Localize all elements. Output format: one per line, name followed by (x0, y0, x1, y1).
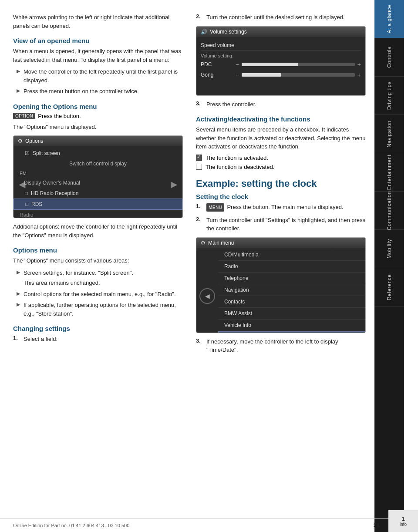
act-section-heading: Activating/deactivating the functions (196, 115, 366, 123)
clock-step-2-num: 2. (196, 216, 205, 222)
vol-speed-section: Speed volume (201, 40, 361, 51)
page-footer: Online Edition for Part no. 01 41 2 604 … (0, 518, 388, 532)
vol-gong-fill (242, 73, 281, 77)
right-step-3-num: 3. (196, 100, 205, 107)
vol-gong-label: Gong (201, 72, 236, 78)
volume-screen-image: 🔊 Volume settings Speed volume Volume se… (196, 26, 366, 96)
section2-heading: Opening the Options menu (13, 103, 183, 110)
mm-nav-arrow: ◀ (205, 293, 210, 300)
section1-body: When a menu is opened, it generally open… (13, 47, 183, 64)
section1-heading: View of an opened menu (13, 37, 183, 44)
vol-pdc-bar: − + (236, 61, 361, 68)
sidebar-tab-controls-label: Controls (386, 47, 392, 68)
page-number: 21 (374, 522, 380, 529)
right-sidebar: At a glance Controls Driving tips Naviga… (374, 0, 404, 532)
options-bullet-arrow-2: ▶ (17, 291, 20, 299)
clock-step-1-content: Press the button. The main menu is displ… (227, 204, 343, 210)
clock-step-3: 3. If necessary, move the controller to … (196, 337, 366, 354)
intro-paragraph: White arrows pointing to the left or rig… (13, 13, 183, 30)
vol-icon: 🔊 (201, 29, 207, 35)
bullet-item-2: ▶ Press the menu button on the controlle… (13, 87, 183, 96)
vol-pdc-plus: + (357, 61, 361, 68)
sidebar-tab-reference-label: Reference (386, 274, 392, 300)
radio-label: Radio (20, 212, 33, 218)
additional-options-text: Additional options: move the controller … (13, 222, 183, 239)
mm-item-vehicleinfo: Vehicle Info (218, 320, 365, 331)
options-bullet-text-3: If applicable, further operating options… (24, 301, 183, 318)
vol-gong-bar-track (242, 73, 355, 77)
right-step-2: 2. Turn the controller until the desired… (196, 13, 366, 22)
option-btn-row: OPTION Press the button. (13, 113, 183, 119)
sidebar-tab-at-a-glance[interactable]: At a glance (374, 0, 404, 38)
sidebar-tab-controls[interactable]: Controls (374, 38, 404, 77)
vol-pdc-row: PDC − + (201, 61, 361, 68)
right-step-3: 3. Press the controller. (196, 100, 366, 109)
options-item-hdradio: HD Radio Reception (13, 188, 182, 199)
options-section-fm: FM (13, 169, 182, 178)
sidebar-tab-navigation[interactable]: Navigation (374, 115, 404, 153)
sidebar-tab-communication[interactable]: Communication (374, 192, 404, 230)
options-bullet-arrow-3: ▶ (17, 302, 20, 318)
info-num: 1 (401, 515, 405, 522)
options-item-switchoff: Switch off control display (13, 158, 182, 169)
mm-item-bmwassist: BMW Assist (218, 308, 365, 320)
mm-list: ◀ CD/Multimedia Radio Telephone Navigati… (196, 248, 365, 333)
vol-content: Speed volume Volume setting: PDC − (196, 37, 365, 85)
sidebar-tab-mobility[interactable]: Mobility (374, 230, 404, 268)
sidebar-tab-reference[interactable]: Reference (374, 268, 404, 306)
footer-left-text: Online Edition for Part no. 01 41 2 604 … (13, 523, 129, 528)
option-intro-text: Press the button. (38, 113, 81, 119)
vol-pdc-minus: − (236, 61, 239, 68)
clock-step-3-text: If necessary, move the controller to the… (206, 337, 366, 354)
vol-gong-bar: − + (236, 71, 361, 78)
checked-item-row: The function is activated. (196, 155, 366, 161)
options-bullet-1: ▶ Screen settings, for instance. "Split … (13, 269, 183, 287)
clock-step-2-text: Turn the controller until "Settings" is … (206, 216, 366, 233)
unchecked-text: The function is deactivated. (206, 164, 274, 170)
bullet-text-1: Move the controller to the left repeated… (24, 67, 183, 84)
mm-item-radio: Radio (218, 261, 365, 273)
options-title-bar: ⚙ Options (13, 136, 182, 146)
mm-title-text: Main menu (208, 240, 234, 246)
options-item-rds: RDS (13, 199, 182, 210)
info-label: info (400, 522, 407, 527)
mm-item-telephone: Telephone (218, 273, 365, 284)
mm-nav-circle: ◀ (199, 288, 215, 304)
sidebar-tab-entertainment[interactable]: Entertainment (374, 153, 404, 192)
clock-step-3-num: 3. (196, 337, 205, 344)
option-button-label: OPTION (13, 113, 35, 119)
options-bullet-arrow-1: ▶ (17, 269, 20, 287)
unchecked-item-row: The function is deactivated. (196, 164, 366, 170)
info-badge: 1 info (388, 510, 418, 532)
options-bullet-3: ▶ If applicable, further operating optio… (13, 301, 183, 318)
unchecked-icon (196, 164, 202, 170)
hdradio-label: HD Radio Reception (31, 190, 78, 196)
options-item-splitscreen: Split screen (13, 148, 182, 158)
bullet-arrow-2: ▶ (17, 88, 20, 96)
vol-pdc-fill (242, 63, 298, 66)
vol-gong-row: Gong − + (201, 71, 361, 78)
options-bullet-text-2: Control options for the selected main me… (24, 290, 176, 299)
options-nav-icon: ⚙ (18, 138, 23, 144)
clock-step-1-num: 1. (196, 203, 205, 209)
splitscreen-label: Split screen (33, 150, 60, 156)
vol-setting-text: Volume setting: (201, 53, 233, 58)
options-bullet-2: ▶ Control options for the selected main … (13, 290, 183, 299)
mm-item-cd: CD/Multimedia (218, 249, 365, 261)
bullet-text-2: Press the menu button on the controller … (24, 87, 138, 96)
sidebar-tab-driving-tips[interactable]: Driving tips (374, 77, 404, 115)
sidebar-tab-entertainment-label: Entertainment (386, 155, 392, 190)
owners-label: Display Owner's Manual (24, 180, 80, 186)
sidebar-tab-mobility-label: Mobility (386, 239, 392, 259)
mm-nav-col: ◀ (196, 249, 218, 333)
options-bullet-sub-1: This area remains unchanged. (24, 279, 133, 287)
step-1-num: 1. (13, 335, 22, 341)
mm-item-settings: Settings (218, 331, 365, 333)
vol-title-bar: 🔊 Volume settings (196, 27, 365, 37)
switchoff-label: Switch off control display (69, 161, 127, 167)
big-section-heading: Example: setting the clock (196, 178, 366, 189)
rds-label: RDS (31, 201, 42, 207)
section3-heading: Options menu (13, 246, 183, 254)
sidebar-tab-at-a-glance-label: At a glance (386, 5, 392, 34)
clock-step-2: 2. Turn the controller until "Settings" … (196, 216, 366, 233)
